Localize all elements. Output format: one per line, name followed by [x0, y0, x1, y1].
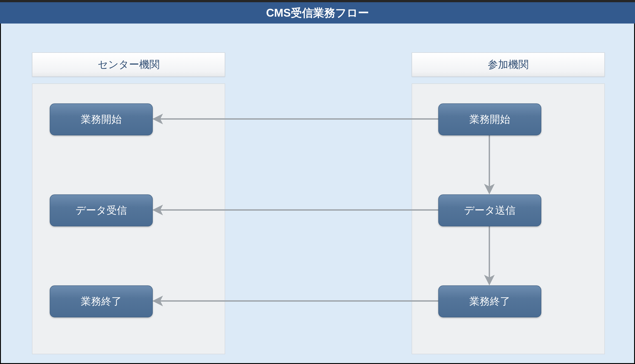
diagram-page: CMS受信業務フロー センター機関 参加機関 — [0, 0, 635, 364]
node-participant-send: データ送信 — [438, 194, 541, 226]
node-center-receive: データ受信 — [50, 194, 153, 226]
lane-participant-header: 参加機関 — [412, 52, 605, 77]
node-center-start-label: 業務開始 — [81, 112, 122, 126]
node-participant-start-label: 業務開始 — [469, 112, 510, 126]
node-participant-start: 業務開始 — [438, 104, 541, 136]
node-participant-end-label: 業務終了 — [469, 294, 510, 308]
title-bar: CMS受信業務フロー — [0, 2, 635, 24]
top-black-bar — [0, 0, 635, 2]
lane-participant-label: 参加機関 — [488, 58, 529, 72]
node-participant-send-label: データ送信 — [464, 204, 515, 217]
lane-center-header: センター機関 — [32, 52, 225, 77]
node-center-end-label: 業務終了 — [81, 294, 122, 308]
node-center-receive-label: データ受信 — [76, 204, 127, 217]
node-center-end: 業務終了 — [50, 286, 153, 318]
node-participant-end: 業務終了 — [438, 286, 541, 318]
lane-center-label: センター機関 — [98, 58, 160, 72]
title-text: CMS受信業務フロー — [266, 6, 369, 20]
diagram-canvas: センター機関 参加機関 業務開始 データ受信 — [0, 24, 635, 364]
node-center-start: 業務開始 — [50, 104, 153, 136]
